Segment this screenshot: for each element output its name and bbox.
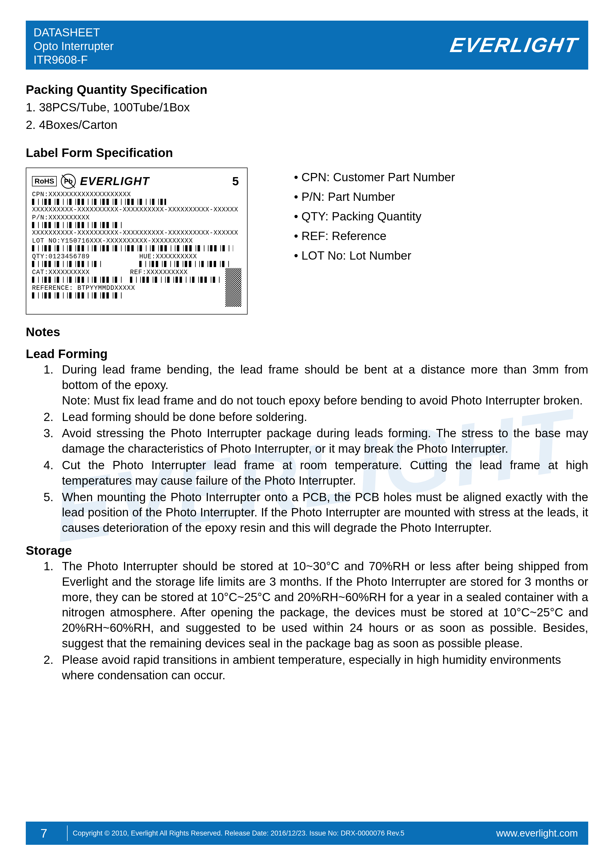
header-right: EVERLIGHT bbox=[140, 21, 588, 70]
brand-logo: EVERLIGHT bbox=[451, 33, 578, 57]
packing-item: 1. 38PCS/Tube, 100Tube/1Box bbox=[26, 99, 588, 115]
barcode-icon: ▌││▌▌│▌││▌│▌▌││▌│▌▌│▌││ bbox=[32, 277, 125, 283]
label-xrow: XXXXXXXXXX-XXXXXXXXXX-XXXXXXXXXX-XXXXXXX… bbox=[32, 206, 241, 214]
barcode-icon: ▌││▌▌│▌││▌│▌▌││▌│▌▌│▌││ bbox=[130, 277, 223, 283]
footer-copyright: Copyright © 2010, Everlight All Rights R… bbox=[73, 829, 496, 837]
header-line1: DATASHEET bbox=[34, 26, 114, 39]
label-cat: CAT:XXXXXXXXXX bbox=[32, 269, 125, 276]
footer-url: www.everlight.com bbox=[496, 828, 588, 839]
label-cpn: CPN:XXXXXXXXXXXXXXXXXXXX bbox=[32, 191, 241, 198]
label-top-row: RoHS Pb EVERLIGHT 5 bbox=[32, 174, 241, 189]
barcode-icon: ▌││▌▌│▌││▌│▌▌││▌│▌▌│▌││▌▌│ bbox=[139, 261, 232, 267]
label-reference: REFERENCE: BTPYYMMDDXXXXX bbox=[32, 284, 223, 292]
barcode-icon: ▌││▌▌│▌││▌│▌▌││▌│▌▌│▌││▌▌│▌││ bbox=[32, 222, 125, 228]
label-ref: REF:XXXXXXXXXX bbox=[130, 269, 223, 276]
barcode-icon: ▌││▌▌│▌││▌│▌▌││▌│▌▌│▌││▌▌│▌││▌│▌▌││▌│▌▌│… bbox=[32, 245, 233, 251]
label-brand: EVERLIGHT bbox=[80, 175, 150, 188]
note-item: Avoid stressing the Photo Interrupter pa… bbox=[57, 426, 588, 457]
header-line2: Opto Interrupter bbox=[34, 39, 114, 53]
note-item: Cut the Photo Interrupter lead frame at … bbox=[57, 457, 588, 488]
rohs-badge: RoHS bbox=[32, 176, 57, 186]
label-qty-hue-row: QTY:0123456789 ▌││▌▌│▌││▌│▌▌││▌│ HUE:XXX… bbox=[32, 253, 241, 268]
header-left: DATASHEET Opto Interrupter ITR9608-F bbox=[26, 21, 140, 70]
legend-item: LOT No: Lot Number bbox=[294, 246, 455, 265]
pb-free-icon: Pb bbox=[61, 174, 76, 189]
label-qty: QTY:0123456789 bbox=[32, 253, 134, 260]
storage-notes: The Photo Interrupter should be stored a… bbox=[26, 559, 588, 683]
legend-item: REF: Reference bbox=[294, 226, 455, 246]
page: EVERLIGHT DATASHEET Opto Interrupter ITR… bbox=[0, 0, 614, 868]
note-item: The Photo Interrupter should be stored a… bbox=[57, 559, 588, 651]
legend-item: P/N: Part Number bbox=[294, 187, 455, 207]
labelform-title: Label Form Specification bbox=[26, 146, 588, 160]
legend-item: CPN: Customer Part Number bbox=[294, 167, 455, 187]
label-cat-ref-row: CAT:XXXXXXXXXX ▌││▌▌│▌││▌│▌▌││▌│▌▌│▌││ R… bbox=[32, 268, 223, 284]
notes-title: Notes bbox=[26, 325, 588, 339]
footer-bar: 7 Copyright © 2010, Everlight All Rights… bbox=[26, 822, 588, 845]
footer-page-number: 7 bbox=[26, 826, 62, 840]
packing-title: Packing Quantity Specification bbox=[26, 82, 588, 97]
header-bar: DATASHEET Opto Interrupter ITR9608-F EVE… bbox=[26, 21, 588, 70]
footer-separator bbox=[67, 825, 68, 841]
label-pn: P/N:XXXXXXXXXX bbox=[32, 214, 241, 222]
barcode-icon: ▌││▌▌│▌││▌│▌▌││▌│▌▌│▌││▌▌│▌││▌│▌▌││▌│▌▌│… bbox=[32, 199, 166, 205]
storage-title: Storage bbox=[26, 543, 588, 558]
qr-code-icon bbox=[225, 268, 241, 307]
header-line3: ITR9608-F bbox=[34, 53, 114, 67]
legend-item: QTY: Packing Quantity bbox=[294, 207, 455, 226]
packing-item: 2. 4Boxes/Carton bbox=[26, 117, 588, 133]
note-item: During lead frame bending, the lead fram… bbox=[57, 362, 588, 408]
label-hue: HUE:XXXXXXXXXX bbox=[139, 253, 241, 260]
label-lot: LOT NO:Y150716XXX-XXXXXXXXXX-XXXXXXXXXX bbox=[32, 237, 241, 245]
barcode-icon: ▌││▌▌│▌││▌│▌▌││▌│▌▌│▌││▌▌│▌││▌ bbox=[32, 292, 125, 299]
barcode-icon: ▌││▌▌│▌││▌│▌▌││▌│ bbox=[32, 261, 125, 267]
note-item: Please avoid rapid transitions in ambien… bbox=[57, 652, 588, 683]
label-xrow2: XXXXXXXXXX-XXXXXXXXXX-XXXXXXXXXX-XXXXXXX… bbox=[32, 229, 241, 237]
lead-forming-title: Lead Forming bbox=[26, 347, 588, 361]
label-box: RoHS Pb EVERLIGHT 5 CPN:XXXXXXXXXXXXXXXX… bbox=[26, 167, 248, 315]
note-item: Lead forming should be done before solde… bbox=[57, 409, 588, 425]
content: DATASHEET Opto Interrupter ITR9608-F EVE… bbox=[26, 21, 588, 683]
lead-forming-notes: During lead frame bending, the lead fram… bbox=[26, 362, 588, 536]
packing-list: 1. 38PCS/Tube, 100Tube/1Box 2. 4Boxes/Ca… bbox=[26, 99, 588, 133]
label-legend: CPN: Customer Part Number P/N: Part Numb… bbox=[294, 167, 455, 265]
label-section: RoHS Pb EVERLIGHT 5 CPN:XXXXXXXXXXXXXXXX… bbox=[26, 167, 588, 315]
note-item: When mounting the Photo Interrupter onto… bbox=[57, 490, 588, 536]
label-five: 5 bbox=[232, 174, 241, 188]
